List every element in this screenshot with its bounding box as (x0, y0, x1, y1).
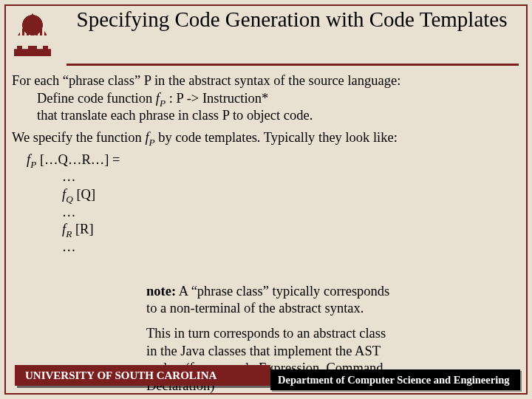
p2-prefix: We specify the function (12, 130, 145, 145)
note-p1: note: A “phrase class” typically corresp… (146, 283, 392, 318)
fn-sub-P: P (160, 97, 166, 108)
fn-fP-head: fP (27, 152, 36, 167)
paragraph-2: We specify the function fP by code templ… (12, 129, 522, 147)
p1-line1: For each “phrase class” P in the abstrac… (12, 72, 522, 90)
slide-footer: UNIVERSITY OF SOUTH CAROLINA Department … (15, 365, 517, 389)
tmpl-head: fP […Q…R…] = (12, 151, 522, 169)
tmpl-fQ: fQ [Q] (12, 186, 522, 204)
p2-suffix: by code templates. Typically they look l… (155, 130, 398, 145)
footer-university: UNIVERSITY OF SOUTH CAROLINA (15, 365, 270, 386)
tmpl-dots-3: … (12, 239, 522, 256)
fn-fQ: fQ (62, 187, 73, 202)
fr-rest: [R] (72, 222, 93, 236)
footer-department: Department of Computer Science and Engin… (270, 369, 520, 390)
tmpl-fR: fR [R] (12, 221, 522, 239)
paragraph-1: For each “phrase class” P in the abstrac… (12, 72, 522, 125)
fq-sub: Q (66, 194, 73, 205)
p1-line2: Define code function fP : P -> Instructi… (12, 90, 522, 108)
tmpl-dots-2: … (12, 204, 522, 222)
fn-fR: fR (62, 222, 72, 236)
template-block: fP […Q…R…] = … fQ [Q] … fR [R] … note: A… (12, 151, 522, 256)
logo-gates-icon (14, 46, 51, 56)
p1-def-suffix: : P -> Instruction* (166, 91, 268, 106)
tmpl-dots-1: … (12, 168, 522, 186)
university-logo (10, 10, 55, 62)
fn-fP: fP (156, 91, 166, 106)
fq-rest: [Q] (73, 187, 95, 202)
slide-title: Specifying Code Generation with Code Tem… (66, 7, 517, 32)
p1-def-prefix: Define code function (37, 91, 156, 106)
tmpl-rest: […Q…R…] = (36, 152, 120, 167)
slide-body: For each “phrase class” P in the abstrac… (12, 72, 522, 256)
fn-fP-2: fP (145, 130, 154, 145)
logo-tree-icon (14, 10, 51, 47)
note-label: note: (146, 284, 176, 299)
title-underline (66, 64, 519, 66)
fn-sub-P-2: P (149, 137, 155, 148)
p1-line3: that translate each phrase in class P to… (12, 107, 522, 125)
note-p1-text: A “phrase class” typically corresponds t… (146, 284, 389, 316)
